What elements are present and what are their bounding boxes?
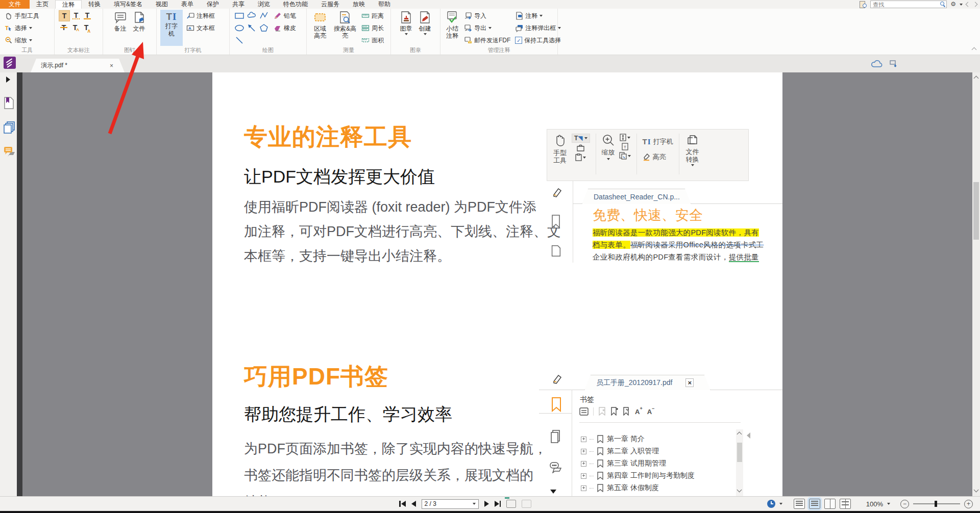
create-stamp-dropdown-caret[interactable] [424, 33, 427, 35]
area-highlight-button[interactable]: 区域高亮 [310, 10, 330, 40]
zoom-out-button[interactable]: − [900, 500, 909, 508]
facing-view-button[interactable] [824, 499, 836, 509]
pencil-button[interactable]: 铅笔 [273, 10, 297, 22]
zoom-dropdown-caret[interactable] [29, 39, 32, 41]
comments-panel-button[interactable]: 注释 [514, 10, 562, 22]
find-next-icon[interactable] [973, 2, 978, 7]
menu-form[interactable]: 表单 [175, 0, 200, 9]
search-icon[interactable] [940, 2, 945, 7]
comment-popup-caret[interactable] [558, 27, 561, 29]
search-highlight-button[interactable]: 搜索&高亮 [332, 10, 358, 40]
rotate-view-icon[interactable] [767, 500, 775, 508]
strikeout-text-button[interactable]: T [59, 22, 69, 33]
stamp-button[interactable]: 图章 [398, 10, 414, 36]
export-dropdown-caret[interactable] [488, 27, 492, 29]
summarize-comments-button[interactable]: 小结注释 [444, 10, 460, 40]
squiggly-underline-button[interactable]: T [71, 10, 81, 20]
menu-share[interactable]: 共享 [226, 0, 251, 9]
zoom-in-button[interactable]: + [964, 500, 973, 508]
document-tab[interactable]: 演示.pdf * × [31, 59, 125, 72]
page-number-box[interactable]: 2 / 3 [422, 499, 479, 509]
expand-panel-icon[interactable] [6, 76, 10, 83]
scroll-down-icon[interactable] [974, 488, 979, 493]
zoom-level-caret[interactable] [887, 503, 890, 505]
menu-comment[interactable]: 注释 [55, 0, 82, 9]
polyline-shape-icon[interactable] [259, 11, 269, 21]
save-download-icon[interactable] [889, 60, 898, 68]
next-page-button[interactable] [484, 501, 489, 507]
keep-tool-selected-checkbox[interactable]: ✓ 保持工具选择 [514, 34, 562, 46]
gear-icon[interactable]: ⚙ [950, 0, 956, 9]
previous-page-button[interactable] [411, 501, 416, 507]
find-input[interactable] [870, 1, 947, 8]
menu-convert[interactable]: 转换 [82, 0, 107, 9]
bookmarks-scrollbar[interactable] [736, 429, 743, 496]
menu-features[interactable]: 特色功能 [277, 0, 314, 9]
rotate-view-caret[interactable] [779, 503, 782, 505]
insert-text-button[interactable]: Tʌ [81, 22, 91, 33]
distance-button[interactable]: 距离 [360, 10, 385, 22]
mini-highlighted-line-1: 福昕阅读器是一款功能强大的PDF阅读软件，具有 [593, 228, 759, 238]
previous-view-button[interactable] [506, 500, 516, 508]
select-tool-button[interactable]: T 选择 [4, 22, 40, 34]
oval-shape-icon[interactable] [234, 23, 244, 33]
scroll-up-icon[interactable] [974, 76, 979, 81]
gear-dropdown-caret[interactable] [960, 4, 963, 6]
line-shape-icon[interactable] [234, 35, 244, 45]
comment-popup-button[interactable]: 注释弹出框 [514, 22, 562, 34]
area-button[interactable]: 面积 [360, 34, 385, 46]
menu-present[interactable]: 放映 [346, 0, 372, 9]
replace-text-button[interactable]: T^ [70, 22, 80, 33]
vertical-scrollbar[interactable] [972, 72, 980, 496]
zoom-slider[interactable] [913, 503, 960, 504]
polygon-shape-icon[interactable] [259, 23, 269, 33]
menu-browse[interactable]: 浏览 [251, 0, 277, 9]
continuous-facing-view-button[interactable] [840, 499, 851, 509]
foxit-logo-icon[interactable] [4, 57, 16, 69]
arrow-shape-icon[interactable] [247, 23, 257, 33]
textbox-button[interactable]: A 文本框 [185, 22, 216, 34]
zoom-slider-thumb[interactable] [935, 501, 937, 507]
menu-protect[interactable]: 保护 [200, 0, 226, 9]
menu-home[interactable]: 主页 [30, 0, 55, 9]
highlight-text-button[interactable]: T [59, 10, 70, 21]
eraser-button[interactable]: 橡皮 [273, 22, 297, 34]
hand-tool-button[interactable]: 手型工具 [4, 10, 40, 22]
menu-file[interactable]: 文件 [0, 0, 30, 9]
comments-panel-caret[interactable] [540, 15, 543, 17]
email-fdf-button[interactable]: 邮件发送FDF [463, 34, 511, 46]
tab-close-icon[interactable]: × [110, 62, 113, 69]
rectangle-shape-icon[interactable] [234, 11, 244, 21]
menu-view[interactable]: 视图 [149, 0, 175, 9]
menu-help[interactable]: 帮助 [372, 0, 397, 9]
create-stamp-button[interactable]: 创建 [417, 10, 433, 36]
comments-panel-rail-icon[interactable] [4, 146, 16, 157]
export-comments-button[interactable]: 导出 [463, 22, 511, 34]
next-view-button[interactable] [522, 500, 531, 508]
cloud-icon[interactable] [871, 60, 883, 68]
content-search-icon[interactable] [860, 1, 867, 8]
find-prev-icon[interactable] [966, 2, 971, 7]
scrollbar-thumb[interactable] [973, 182, 979, 240]
menu-fill-sign[interactable]: 填写&签名 [107, 0, 149, 9]
stamp-dropdown-caret[interactable] [405, 33, 408, 35]
bookmark-panel-icon[interactable] [4, 97, 14, 109]
cloud-shape-icon[interactable] [247, 11, 257, 21]
typewriter-button-selected[interactable]: TI 打字机 [160, 10, 183, 46]
attach-file-button[interactable]: 文件 [131, 10, 148, 33]
last-page-button[interactable] [495, 501, 501, 507]
menu-cloud[interactable]: 云服务 [314, 0, 346, 9]
callout-button[interactable]: 注释框 [185, 10, 216, 22]
import-comments-button[interactable]: 导入 [463, 10, 511, 22]
underline-text-button[interactable]: T [82, 10, 92, 20]
zoom-tool-button[interactable]: 缩放 [4, 34, 40, 46]
pages-panel-icon[interactable] [4, 121, 15, 134]
first-page-button[interactable] [399, 501, 406, 507]
note-button[interactable]: 备注 [112, 10, 129, 33]
panel-divider[interactable] [17, 72, 22, 496]
select-dropdown-caret[interactable] [29, 27, 32, 29]
page-indicator: 2 / 3 [425, 500, 436, 507]
continuous-view-button-active[interactable] [809, 499, 820, 509]
single-page-view-button[interactable] [794, 499, 805, 509]
perimeter-button[interactable]: 周长 [360, 22, 385, 34]
